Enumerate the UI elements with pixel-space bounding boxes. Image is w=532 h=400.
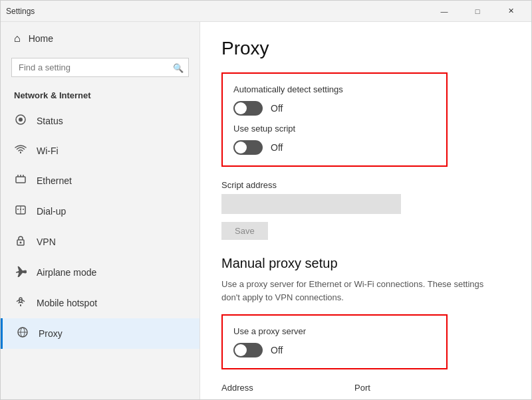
proxy-icon [16, 326, 29, 341]
sidebar-section-title: Network & Internet [1, 85, 200, 106]
manual-proxy-title: Manual proxy setup [221, 256, 510, 271]
port-group: Port [354, 383, 408, 399]
sidebar-item-dialup-label: Dial-up [37, 206, 66, 217]
use-proxy-row: Off [233, 343, 436, 357]
ethernet-icon [14, 173, 27, 188]
home-icon: ⌂ [14, 33, 21, 45]
minimize-button[interactable]: — [429, 1, 460, 22]
auto-detect-state: Off [271, 103, 283, 114]
address-label: Address [221, 383, 341, 393]
sidebar-item-proxy[interactable]: Proxy [1, 318, 200, 349]
automatic-proxy-box: Automatically detect settings Off Use se… [221, 72, 448, 167]
sidebar-item-wifi-label: Wi-Fi [37, 146, 59, 156]
sidebar-item-dialup[interactable]: Dial-up [1, 196, 200, 227]
wifi-icon [14, 144, 27, 157]
sidebar-item-ethernet-label: Ethernet [37, 175, 72, 186]
window-controls: — □ ✕ [429, 1, 526, 22]
manual-proxy-description: Use a proxy server for Ethernet or Wi-Fi… [221, 278, 501, 304]
sidebar-item-status[interactable]: Status [1, 106, 200, 136]
sidebar-item-airplane[interactable]: Airplane mode [1, 257, 200, 288]
sidebar-item-hotspot-label: Mobile hotspot [37, 298, 97, 308]
script-address-input[interactable] [221, 194, 401, 214]
status-icon [14, 114, 27, 128]
home-label: Home [29, 33, 53, 44]
sidebar: ⌂ Home 🔍 Network & Internet Status [1, 22, 200, 399]
auto-detect-label: Automatically detect settings [233, 84, 436, 94]
maximize-button[interactable]: □ [462, 1, 493, 22]
sidebar-item-wifi[interactable]: Wi-Fi [1, 136, 200, 165]
port-label: Port [354, 383, 408, 393]
close-button[interactable]: ✕ [495, 1, 526, 22]
settings-window: Settings — □ ✕ ⌂ Home 🔍 Network & Intern… [0, 0, 532, 400]
sidebar-item-airplane-label: Airplane mode [37, 267, 96, 278]
sidebar-search[interactable]: 🔍 [11, 58, 189, 77]
svg-point-8 [17, 209, 19, 210]
sidebar-item-home[interactable]: ⌂ Home [1, 22, 200, 55]
save-button[interactable]: Save [221, 222, 268, 240]
setup-script-toggle[interactable] [233, 140, 263, 155]
title-bar: Settings — □ ✕ [1, 1, 531, 22]
svg-rect-2 [16, 177, 25, 183]
sidebar-item-vpn[interactable]: VPN [1, 227, 200, 257]
main-panel: Proxy Automatically detect settings Off … [200, 22, 531, 399]
search-input[interactable] [11, 58, 189, 77]
vpn-icon [14, 235, 27, 249]
airplane-icon [14, 265, 27, 280]
address-group: Address [221, 383, 341, 399]
use-proxy-box: Use a proxy server Off [221, 314, 448, 369]
setup-script-row: Off [233, 140, 436, 155]
svg-point-1 [19, 118, 23, 122]
auto-detect-row: Off [233, 101, 436, 116]
use-proxy-state: Off [271, 345, 283, 355]
page-title: Proxy [221, 38, 510, 59]
setup-script-state: Off [271, 142, 283, 153]
script-address-label: Script address [221, 180, 510, 190]
sidebar-item-ethernet[interactable]: Ethernet [1, 165, 200, 196]
sidebar-item-vpn-label: VPN [37, 237, 56, 247]
address-port-row: Address Port [221, 383, 510, 399]
svg-point-9 [20, 209, 21, 210]
window-title: Settings [6, 7, 35, 16]
main-content: ⌂ Home 🔍 Network & Internet Status [1, 22, 531, 399]
sidebar-item-proxy-label: Proxy [39, 328, 63, 339]
use-proxy-label: Use a proxy server [233, 326, 436, 336]
sidebar-item-hotspot[interactable]: Mobile hotspot [1, 288, 200, 318]
auto-detect-toggle[interactable] [233, 101, 263, 116]
dialup-icon [14, 204, 27, 219]
sidebar-item-status-label: Status [37, 116, 63, 126]
setup-script-label: Use setup script [233, 124, 436, 134]
use-proxy-toggle[interactable] [233, 343, 263, 357]
search-icon: 🔍 [173, 62, 184, 72]
svg-point-12 [20, 242, 22, 244]
hotspot-icon [14, 296, 27, 310]
svg-point-10 [23, 209, 24, 210]
